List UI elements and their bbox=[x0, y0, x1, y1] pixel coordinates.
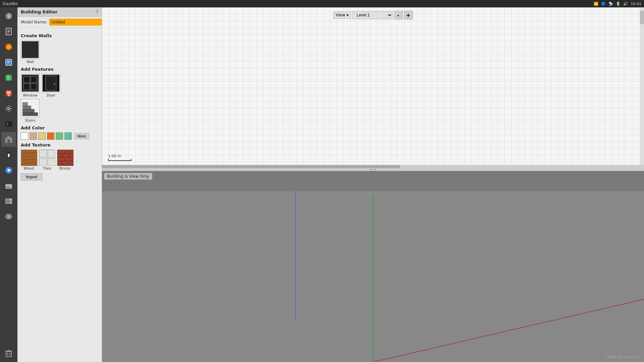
resize-dot-3 bbox=[375, 169, 376, 170]
color-row: More bbox=[21, 132, 98, 140]
sidebar-icon-trash[interactable] bbox=[1, 346, 16, 361]
import-button[interactable]: Import bbox=[21, 173, 42, 181]
horizontal-scrollbar-thumb[interactable] bbox=[102, 165, 400, 168]
sidebar-icon-drive3[interactable] bbox=[1, 209, 16, 224]
svg-rect-84 bbox=[40, 150, 47, 157]
resize-dot-1 bbox=[370, 169, 371, 170]
svg-rect-91 bbox=[58, 154, 61, 157]
resize-dots bbox=[368, 169, 378, 170]
sidebar-icon-home[interactable]: G bbox=[1, 9, 16, 23]
wall-icon[interactable] bbox=[21, 40, 40, 59]
sidebar-icon-drive2[interactable] bbox=[1, 194, 16, 208]
wood-texture[interactable]: Wood bbox=[21, 149, 37, 171]
zoom-minus-button[interactable]: - bbox=[394, 11, 402, 19]
sidebar-icon-play[interactable] bbox=[1, 163, 16, 178]
texture-row: Wood Tiles bbox=[21, 149, 98, 171]
color-swatch-green[interactable] bbox=[56, 132, 63, 140]
wood-icon[interactable] bbox=[21, 149, 37, 166]
vertical-scrollbar-thumb[interactable] bbox=[640, 11, 644, 24]
main: G bbox=[0, 7, 644, 362]
model-name-label: Model Name: bbox=[21, 20, 47, 24]
svg-rect-86 bbox=[40, 159, 47, 166]
svg-rect-46 bbox=[22, 46, 26, 49]
view3d-floor: .grid-line { stroke: #999; stroke-width:… bbox=[102, 191, 644, 362]
sidebar-icon-documents[interactable] bbox=[1, 24, 16, 39]
sidebar-icon-penguin[interactable] bbox=[1, 147, 16, 162]
create-walls-row: Wall bbox=[21, 40, 98, 64]
more-colors-button[interactable]: More bbox=[74, 133, 89, 139]
sidebar-icon-presentation[interactable] bbox=[1, 86, 16, 101]
window-tool[interactable]: Window bbox=[21, 74, 40, 98]
view2d-toolbar: View ▾ Level 1 - + bbox=[333, 11, 413, 19]
sidebar-icon-spreadsheet[interactable] bbox=[1, 70, 16, 85]
svg-rect-51 bbox=[22, 54, 26, 57]
view-dropdown[interactable]: View ▾ bbox=[333, 11, 351, 19]
topbar-left: Gazebo bbox=[3, 1, 18, 6]
wall-tool[interactable]: Wall bbox=[21, 40, 40, 64]
wifi-icon: 📡 bbox=[608, 2, 613, 6]
svg-rect-71 bbox=[22, 103, 28, 106]
sidebar-icons: G bbox=[0, 7, 17, 362]
topbar: Gazebo 📶 🔵 📡 🔋 🔊 10:41 bbox=[0, 0, 644, 7]
svg-point-65 bbox=[54, 83, 55, 84]
color-swatch-orange[interactable] bbox=[47, 132, 54, 140]
sidebar-icon-text[interactable] bbox=[1, 55, 16, 70]
sidebar-icon-gazebo[interactable] bbox=[1, 132, 16, 147]
svg-rect-68 bbox=[22, 113, 38, 116]
resize-dot-2 bbox=[372, 169, 374, 170]
svg-rect-39 bbox=[6, 351, 11, 357]
editor-content: Create Walls bbox=[17, 28, 102, 362]
bricks-texture[interactable]: Bricks bbox=[57, 149, 73, 171]
wood-label: Wood bbox=[24, 166, 34, 171]
color-swatch-skin[interactable] bbox=[30, 132, 37, 140]
tiles-icon[interactable] bbox=[39, 149, 55, 166]
color-swatch-yellow[interactable] bbox=[38, 132, 46, 140]
svg-point-26 bbox=[8, 154, 8, 155]
svg-rect-48 bbox=[35, 46, 38, 49]
sidebar-icon-drive1[interactable] bbox=[1, 178, 16, 193]
stairs-icon[interactable] bbox=[21, 99, 40, 118]
tiles-label: Tiles bbox=[43, 166, 51, 171]
color-swatch-white[interactable] bbox=[21, 132, 28, 140]
model-name-input[interactable] bbox=[49, 19, 104, 25]
svg-point-7 bbox=[7, 45, 11, 49]
editor-title: Building Editor bbox=[21, 9, 57, 14]
svg-rect-56 bbox=[24, 77, 30, 82]
svg-rect-59 bbox=[31, 84, 37, 89]
resize-handle[interactable] bbox=[102, 168, 644, 171]
sidebar-icon-terminal[interactable]: $_ bbox=[1, 117, 16, 131]
svg-rect-69 bbox=[22, 109, 35, 113]
svg-text:G: G bbox=[7, 14, 10, 18]
level-dropdown[interactable]: Level 1 bbox=[352, 11, 392, 19]
bricks-icon[interactable] bbox=[57, 149, 73, 166]
create-walls-title: Create Walls bbox=[21, 33, 98, 38]
svg-rect-93 bbox=[70, 154, 73, 157]
battery-icon: 🔋 bbox=[616, 2, 621, 6]
sidebar-icon-settings[interactable] bbox=[1, 101, 16, 116]
door-icon[interactable] bbox=[42, 74, 60, 93]
svg-rect-44 bbox=[22, 42, 30, 45]
model-name-row: Model Name: bbox=[17, 17, 102, 28]
help-button[interactable]: ? bbox=[96, 9, 98, 14]
stairs-tool[interactable]: Stairs bbox=[21, 99, 40, 123]
clock: 10:41 bbox=[631, 2, 641, 6]
svg-rect-47 bbox=[27, 46, 34, 49]
door-label: Door bbox=[47, 93, 55, 98]
view-only-label: Building is View Only bbox=[104, 173, 152, 180]
svg-rect-97 bbox=[62, 161, 69, 164]
svg-rect-98 bbox=[70, 161, 73, 164]
vertical-scrollbar[interactable] bbox=[640, 7, 644, 165]
sidebar-icon-firefox[interactable] bbox=[1, 40, 16, 54]
tiles-texture[interactable]: Tiles bbox=[39, 149, 55, 171]
svg-point-36 bbox=[10, 202, 11, 203]
zoom-plus-button[interactable]: + bbox=[404, 11, 413, 19]
color-swatch-teal[interactable] bbox=[64, 132, 72, 140]
svg-rect-11 bbox=[6, 75, 12, 81]
view3d[interactable]: Building is View Only .grid-line { strok… bbox=[102, 171, 644, 362]
svg-rect-76 bbox=[21, 150, 37, 166]
horizontal-scrollbar-area[interactable] bbox=[102, 165, 644, 168]
door-tool[interactable]: Door bbox=[42, 74, 60, 98]
window-icon[interactable] bbox=[21, 74, 40, 93]
viewport-area: View ▾ Level 1 - + 1.00 m bbox=[102, 7, 644, 362]
view2d[interactable]: View ▾ Level 1 - + 1.00 m bbox=[102, 7, 644, 165]
